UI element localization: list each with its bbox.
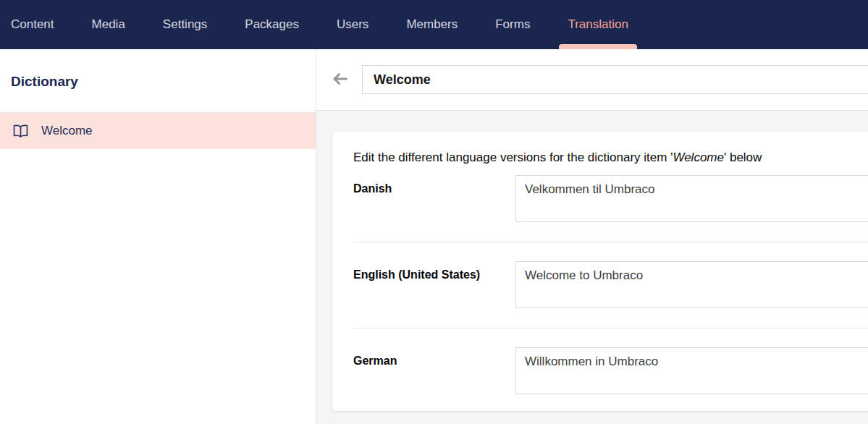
dictionary-item-name-input[interactable]	[362, 65, 868, 94]
tab-members-label: Members	[406, 17, 458, 32]
editor-main: Edit the different language versions for…	[316, 49, 868, 424]
tab-translation[interactable]: Translation	[568, 0, 628, 49]
tab-forms[interactable]: Forms	[495, 0, 530, 49]
language-label-danish: Danish	[353, 175, 515, 222]
language-label-german: German	[353, 347, 515, 394]
active-tab-indicator	[559, 44, 636, 49]
translation-row-danish: Danish Velkommen til Umbraco	[353, 175, 868, 222]
translation-input-danish[interactable]: Velkommen til Umbraco	[515, 175, 868, 222]
content-row: Dictionary Welcome	[0, 49, 868, 424]
tab-media[interactable]: Media	[92, 0, 125, 49]
editor-header	[316, 49, 868, 111]
back-button[interactable]	[331, 70, 350, 89]
tab-users[interactable]: Users	[337, 0, 368, 49]
translation-field-english-us: Welcome to Umbraco	[515, 261, 868, 308]
row-divider	[353, 328, 868, 328]
tab-media-label: Media	[92, 17, 125, 32]
tab-content-label: Content	[11, 17, 54, 32]
description-item-name: Welcome	[673, 150, 724, 164]
tree-sidebar: Dictionary Welcome	[0, 49, 316, 424]
description-prefix: Edit the different language versions for…	[353, 150, 673, 164]
tab-settings-label: Settings	[163, 17, 207, 32]
sidebar-header: Dictionary	[0, 49, 316, 113]
tab-content[interactable]: Content	[11, 0, 54, 49]
translation-field-german: Willkommen in Umbraco	[515, 347, 868, 394]
section-nav: Content Media Settings Packages Users Me…	[0, 0, 868, 49]
tab-users-label: Users	[337, 17, 368, 32]
translations-card: Edit the different language versions for…	[332, 132, 868, 411]
tab-packages-label: Packages	[245, 17, 299, 32]
tree-item-label: Welcome	[41, 124, 93, 138]
translation-input-english-us[interactable]: Welcome to Umbraco	[515, 261, 868, 308]
description-suffix: ' below	[724, 150, 762, 164]
editor-description: Edit the different language versions for…	[353, 149, 868, 166]
tab-translation-label: Translation	[568, 17, 628, 32]
translation-row-english-us: English (United States) Welcome to Umbra…	[353, 261, 868, 308]
section-title: Dictionary	[11, 74, 305, 90]
book-icon	[12, 124, 29, 138]
editor-body: Edit the different language versions for…	[316, 111, 868, 424]
translation-row-german: German Willkommen in Umbraco	[353, 347, 868, 394]
translation-field-danish: Velkommen til Umbraco	[515, 175, 868, 222]
translation-input-german[interactable]: Willkommen in Umbraco	[515, 347, 868, 394]
section-tab-list: Content Media Settings Packages Users Me…	[11, 0, 628, 49]
row-divider	[353, 242, 868, 242]
tab-members[interactable]: Members	[406, 0, 458, 49]
tree-item-welcome[interactable]: Welcome	[0, 113, 316, 149]
arrow-left-icon	[332, 72, 348, 88]
tab-packages[interactable]: Packages	[245, 0, 299, 49]
tab-forms-label: Forms	[495, 17, 530, 32]
language-label-english-us: English (United States)	[353, 261, 515, 308]
tab-settings[interactable]: Settings	[163, 0, 207, 49]
